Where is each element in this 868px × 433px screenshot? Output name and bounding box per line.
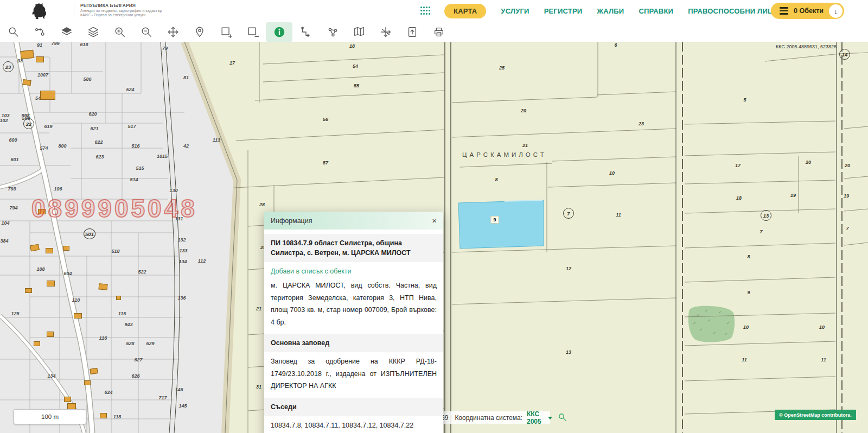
zoom-out-icon xyxy=(141,26,152,38)
route-nodes-icon xyxy=(34,26,46,38)
main-nav: КАРТА УСЛУГИ РЕГИСТРИ ЖАЛБИ СПРАВКИ ПРАВ… xyxy=(420,0,812,22)
objects-count-label: 0 Обекти xyxy=(794,7,824,15)
measure-area-icon xyxy=(327,26,339,38)
info-icon xyxy=(273,26,285,38)
parcel-details: м. ЦАРСКА МИЛОСТ, вид собств. Частна, ви… xyxy=(264,276,443,334)
map-canvas[interactable]: 1861754255520562321578101112132829213125… xyxy=(0,42,868,433)
brand-line2: Агенция по геодезия, картография и кадас… xyxy=(80,9,162,14)
nav-item-zhalbi[interactable]: ЖАЛБИ xyxy=(597,7,624,15)
nav-item-karta[interactable]: КАРТА xyxy=(444,4,486,18)
nav-item-spravki[interactable]: СПРАВКИ xyxy=(639,7,673,15)
parcel-title: ПИ 10834.7.9 област Силистра, община Сил… xyxy=(264,234,443,262)
building xyxy=(47,332,54,337)
apps-grid-icon[interactable] xyxy=(420,7,430,16)
layers-outline-tool-button[interactable] xyxy=(80,22,106,42)
building xyxy=(25,288,32,293)
nav-item-pravosposobni-litsa[interactable]: ПРАВОСПОСОБНИ ЛИЦА xyxy=(688,7,778,15)
search-icon xyxy=(8,26,20,38)
info-tool-button[interactable] xyxy=(266,22,292,42)
coordinates-cross-icon xyxy=(380,26,392,38)
brand-line1: РЕПУБЛИКА БЪЛГАРИЯ xyxy=(80,3,162,9)
osm-attribution-text: © OpenStreetMap contributors. xyxy=(779,412,852,418)
building xyxy=(64,397,71,402)
scale-bar: 100 m xyxy=(14,409,86,424)
section-order-header: Основна заповед xyxy=(264,334,443,352)
measure-distance-icon xyxy=(300,26,312,38)
export-page-icon xyxy=(406,26,418,38)
building xyxy=(20,50,34,59)
route-nodes-tool-button[interactable] xyxy=(27,22,53,42)
info-popup-title: Информация xyxy=(271,217,312,225)
map-sheet-tool-button[interactable] xyxy=(346,22,372,42)
coat-of-arms-logo xyxy=(30,2,48,20)
scrub-area xyxy=(688,306,735,342)
crs-value[interactable]: ККС 2005 xyxy=(527,410,541,425)
scale-bar-label: 100 m xyxy=(41,413,59,420)
zoom-out-tool-button[interactable] xyxy=(133,22,159,42)
pan-icon xyxy=(167,26,179,38)
location-pin-icon xyxy=(194,26,206,38)
info-popup: Информация × ПИ 10834.7.9 област Силистр… xyxy=(264,212,443,433)
download-arrow-icon[interactable]: ↓ xyxy=(829,4,843,18)
osm-attribution[interactable]: © OpenStreetMap contributors. xyxy=(775,410,856,420)
layers-filled-icon xyxy=(61,26,73,38)
print-icon xyxy=(433,26,445,38)
neighbors-list: 10834.7.8, 10834.7.11, 10834.7.12, 10834… xyxy=(264,416,443,433)
select-rect-subtract-tool-button[interactable] xyxy=(239,22,266,42)
print-tool-button[interactable] xyxy=(425,22,452,42)
map-toolbar xyxy=(0,22,868,42)
layers-outline-icon xyxy=(87,26,99,38)
section-neighbors-header: Съседи xyxy=(264,398,443,416)
measure-area-tool-button[interactable] xyxy=(319,22,346,42)
crs-dropdown-caret[interactable] xyxy=(548,417,552,419)
search-icon xyxy=(558,412,567,422)
top-header: РЕПУБЛИКА БЪЛГАРИЯ Агенция по геодезия, … xyxy=(0,0,868,22)
building xyxy=(40,91,55,100)
location-pin-tool-button[interactable] xyxy=(186,22,213,42)
layers-filled-tool-button[interactable] xyxy=(53,22,80,42)
brand-line3: КАИС - Портал за електронни услуги xyxy=(80,13,162,18)
building xyxy=(100,413,107,418)
select-rect-subtract-icon xyxy=(247,26,259,38)
urban-area xyxy=(0,42,237,433)
select-rect-add-tool-button[interactable] xyxy=(213,22,239,42)
objects-pill[interactable]: 0 Обекти ↓ xyxy=(771,3,844,19)
map-sheet-icon xyxy=(353,26,365,38)
pan-tool-button[interactable] xyxy=(159,22,186,42)
building xyxy=(63,246,69,251)
building xyxy=(46,248,53,253)
building xyxy=(84,380,91,385)
building xyxy=(90,368,98,374)
select-rect-add-icon xyxy=(220,26,232,38)
building xyxy=(98,283,107,290)
building xyxy=(38,209,46,214)
zoom-in-tool-button[interactable] xyxy=(106,22,133,42)
measure-distance-tool-button[interactable] xyxy=(292,22,319,42)
close-icon[interactable]: × xyxy=(432,217,437,225)
header-divider xyxy=(74,3,74,18)
nav-item-registri[interactable]: РЕГИСТРИ xyxy=(544,7,583,15)
crs-label: Координатна система: xyxy=(455,414,522,422)
building xyxy=(116,296,121,300)
building xyxy=(22,79,31,86)
info-popup-header: Информация × xyxy=(264,212,443,230)
add-to-objects-link[interactable]: Добави в списък с обекти xyxy=(264,262,443,276)
search-tool-button[interactable] xyxy=(0,22,27,42)
brand-block: РЕПУБЛИКА БЪЛГАРИЯ Агенция по геодезия, … xyxy=(80,3,162,18)
building xyxy=(36,56,44,62)
order-text: Заповед за одобрение на КККР РД-18-1749/… xyxy=(264,352,443,398)
building xyxy=(47,281,55,286)
menu-icon[interactable] xyxy=(780,7,788,14)
building xyxy=(34,341,40,346)
nav-item-uslugi[interactable]: УСЛУГИ xyxy=(501,7,529,15)
selected-parcel-polygon[interactable] xyxy=(458,200,544,249)
coordinates-cross-tool-button[interactable] xyxy=(372,22,399,42)
building xyxy=(74,313,82,319)
app-window: 1861754255520562321578101112132829213125… xyxy=(0,0,868,433)
zoom-in-icon xyxy=(114,26,126,38)
export-page-tool-button[interactable] xyxy=(399,22,425,42)
coordinates-search-button[interactable] xyxy=(558,412,567,423)
